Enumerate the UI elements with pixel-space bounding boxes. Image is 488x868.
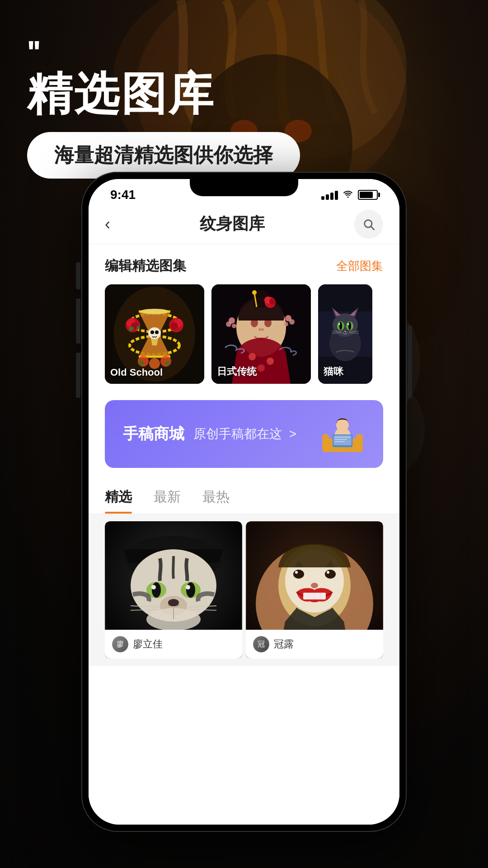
joker-author-avatar: 冠 bbox=[253, 636, 269, 652]
svg-point-89 bbox=[186, 582, 195, 598]
svg-point-22 bbox=[155, 330, 159, 334]
header-quotes: '' bbox=[27, 36, 300, 69]
tiger-item-footer: 廖 廖立佳 bbox=[105, 630, 242, 659]
phone-btn-vol-up bbox=[76, 298, 80, 344]
svg-point-105 bbox=[293, 570, 304, 579]
battery-fill bbox=[360, 192, 373, 198]
wifi-icon bbox=[343, 189, 353, 201]
svg-point-40 bbox=[252, 290, 257, 295]
svg-point-91 bbox=[186, 585, 190, 590]
svg-point-93 bbox=[168, 599, 179, 606]
svg-point-36 bbox=[258, 328, 261, 331]
phone-btn-vol-down bbox=[76, 353, 80, 398]
svg-point-49 bbox=[232, 324, 236, 328]
signal-icon bbox=[321, 190, 338, 200]
svg-point-29 bbox=[138, 356, 149, 367]
avatar-img: 廖 bbox=[112, 636, 128, 652]
svg-point-63 bbox=[339, 322, 342, 330]
tiger-author-name: 廖立佳 bbox=[133, 637, 163, 651]
signal-bar-4 bbox=[335, 191, 338, 200]
signal-bar-1 bbox=[321, 196, 324, 200]
tiger-author-avatar: 廖 bbox=[112, 636, 128, 652]
phone-btn-mute bbox=[76, 262, 80, 289]
banner-title: 手稿商城 bbox=[123, 424, 184, 444]
header-title: 精选图库 bbox=[27, 69, 300, 118]
svg-point-51 bbox=[289, 319, 295, 325]
svg-point-109 bbox=[311, 583, 318, 588]
tabs-row: 精选 最新 最热 bbox=[89, 479, 399, 514]
gallery-item-cat[interactable]: 猫咪 bbox=[318, 284, 372, 384]
phone-btn-power bbox=[408, 326, 412, 398]
status-icons bbox=[321, 189, 378, 201]
image-grid: 廖 廖立佳 bbox=[89, 514, 399, 666]
svg-rect-73 bbox=[322, 434, 329, 452]
subtitle-text: 海量超清精选图供你选择 bbox=[54, 144, 273, 166]
svg-point-43 bbox=[269, 298, 276, 305]
back-button[interactable]: ‹ bbox=[105, 215, 110, 234]
svg-point-88 bbox=[152, 582, 161, 598]
svg-point-107 bbox=[295, 571, 298, 574]
tab-latest[interactable]: 最新 bbox=[154, 488, 181, 514]
banner[interactable]: 手稿商城 原创手稿都在这 > bbox=[105, 400, 383, 468]
search-button[interactable] bbox=[354, 210, 383, 239]
banner-text: 手稿商城 原创手稿都在这 > bbox=[123, 424, 296, 444]
banner-sub-text: 原创手稿都在这 bbox=[193, 427, 282, 441]
editor-picks-title: 编辑精选图集 bbox=[105, 257, 186, 275]
banner-subtitle: 原创手稿都在这 > bbox=[193, 425, 296, 443]
svg-point-90 bbox=[151, 585, 156, 590]
banner-arrow: > bbox=[289, 427, 296, 441]
svg-point-45 bbox=[267, 358, 274, 365]
gallery-item-japanese[interactable]: 日式传统 bbox=[211, 284, 311, 384]
svg-line-71 bbox=[349, 333, 359, 333]
gallery-item-old-school[interactable]: Old School bbox=[105, 284, 204, 384]
search-icon bbox=[362, 218, 375, 231]
screen-scroll[interactable]: 编辑精选图集 全部图集 bbox=[89, 244, 399, 825]
svg-rect-74 bbox=[356, 434, 363, 452]
svg-point-37 bbox=[261, 328, 264, 331]
status-time: 9:41 bbox=[110, 188, 136, 202]
banner-illustration bbox=[320, 414, 365, 454]
svg-line-69 bbox=[332, 333, 342, 333]
svg-point-46 bbox=[258, 364, 265, 372]
svg-point-19 bbox=[140, 309, 169, 314]
grid-item-tiger[interactable]: 廖 廖立佳 bbox=[105, 521, 242, 659]
signal-bar-3 bbox=[330, 193, 333, 200]
svg-point-106 bbox=[325, 570, 336, 579]
phone-screen: 9:41 bbox=[89, 179, 399, 825]
joker-item-footer: 冠 冠露 bbox=[246, 630, 383, 659]
nav-bar: ‹ 纹身图库 bbox=[89, 204, 399, 244]
joker-author-name: 冠露 bbox=[274, 637, 294, 651]
svg-point-44 bbox=[249, 353, 256, 360]
phone-notch bbox=[190, 179, 298, 196]
svg-point-65 bbox=[338, 323, 340, 325]
gallery-row: Old School bbox=[89, 284, 399, 396]
tab-featured[interactable]: 精选 bbox=[105, 488, 132, 514]
grid-item-joker[interactable]: 冠 冠露 bbox=[246, 521, 383, 659]
svg-point-66 bbox=[347, 323, 349, 325]
svg-point-31 bbox=[160, 356, 171, 367]
gallery-item-japanese-label: 日式传统 bbox=[217, 365, 257, 378]
header-overlay: '' 精选图库 海量超清精选图供你选择 bbox=[27, 36, 300, 179]
gallery-item-old-school-label: Old School bbox=[110, 367, 163, 378]
svg-point-48 bbox=[226, 321, 231, 327]
svg-point-21 bbox=[150, 330, 154, 334]
svg-point-28 bbox=[171, 322, 178, 330]
battery-icon bbox=[358, 190, 378, 200]
svg-point-52 bbox=[284, 322, 288, 326]
page-title: 纹身图库 bbox=[200, 213, 265, 235]
phone-frame: 9:41 bbox=[81, 172, 407, 832]
svg-point-108 bbox=[327, 571, 329, 574]
all-collections-link[interactable]: 全部图集 bbox=[336, 258, 383, 274]
editor-picks-header: 编辑精选图集 全部图集 bbox=[89, 244, 399, 284]
svg-point-20 bbox=[148, 327, 161, 339]
phone-wrapper: 9:41 bbox=[81, 172, 407, 832]
gallery-item-cat-label: 猫咪 bbox=[324, 365, 343, 378]
avatar-img-2: 冠 bbox=[253, 636, 269, 652]
svg-line-12 bbox=[371, 226, 374, 229]
signal-bar-2 bbox=[326, 194, 329, 200]
svg-point-64 bbox=[348, 322, 351, 330]
tab-hottest[interactable]: 最热 bbox=[202, 488, 230, 514]
